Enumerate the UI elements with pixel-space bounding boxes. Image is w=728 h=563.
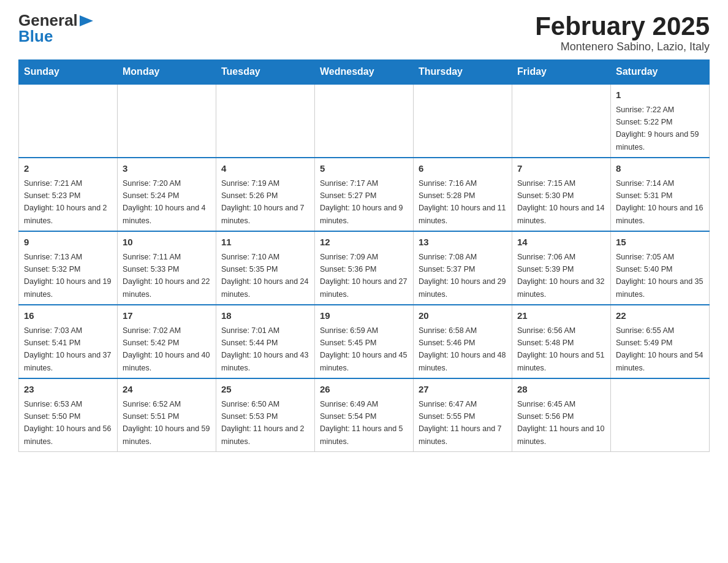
calendar-cell: 15Sunrise: 7:05 AMSunset: 5:40 PMDayligh… [611, 231, 710, 305]
day-info: Sunrise: 7:08 AMSunset: 5:37 PMDaylight:… [419, 253, 506, 299]
day-info: Sunrise: 7:05 AMSunset: 5:40 PMDaylight:… [616, 253, 703, 299]
day-info: Sunrise: 6:58 AMSunset: 5:46 PMDaylight:… [419, 326, 506, 372]
month-title: February 2025 [535, 12, 710, 40]
day-info: Sunrise: 7:14 AMSunset: 5:31 PMDaylight:… [616, 179, 703, 225]
day-info: Sunrise: 7:16 AMSunset: 5:28 PMDaylight:… [419, 179, 506, 225]
calendar-week-2: 2Sunrise: 7:21 AMSunset: 5:23 PMDaylight… [19, 158, 710, 231]
day-info: Sunrise: 7:21 AMSunset: 5:23 PMDaylight:… [24, 179, 107, 225]
day-info: Sunrise: 7:17 AMSunset: 5:27 PMDaylight:… [320, 179, 403, 225]
calendar-table: SundayMondayTuesdayWednesdayThursdayFrid… [18, 59, 710, 452]
day-number: 3 [123, 162, 211, 176]
day-number: 15 [616, 236, 704, 250]
calendar-cell [118, 84, 216, 158]
calendar-cell: 10Sunrise: 7:11 AMSunset: 5:33 PMDayligh… [118, 231, 216, 305]
page-header: General Blue February 2025 Montenero Sab… [18, 12, 710, 53]
day-info: Sunrise: 6:53 AMSunset: 5:50 PMDaylight:… [24, 400, 111, 446]
day-of-week-wednesday: Wednesday [315, 60, 414, 85]
calendar-week-4: 16Sunrise: 7:03 AMSunset: 5:41 PMDayligh… [19, 305, 710, 378]
calendar-cell: 2Sunrise: 7:21 AMSunset: 5:23 PMDaylight… [19, 158, 118, 231]
day-info: Sunrise: 7:22 AMSunset: 5:22 PMDaylight:… [616, 105, 699, 151]
calendar-cell: 3Sunrise: 7:20 AMSunset: 5:24 PMDaylight… [118, 158, 216, 231]
day-info: Sunrise: 6:47 AMSunset: 5:55 PMDaylight:… [419, 400, 502, 446]
day-info: Sunrise: 7:03 AMSunset: 5:41 PMDaylight:… [24, 326, 111, 372]
day-number: 10 [123, 236, 211, 250]
calendar-cell: 16Sunrise: 7:03 AMSunset: 5:41 PMDayligh… [19, 305, 118, 378]
day-number: 7 [517, 162, 605, 176]
calendar-cell: 9Sunrise: 7:13 AMSunset: 5:32 PMDaylight… [19, 231, 118, 305]
calendar-cell: 19Sunrise: 6:59 AMSunset: 5:45 PMDayligh… [315, 305, 414, 378]
day-info: Sunrise: 7:10 AMSunset: 5:35 PMDaylight:… [221, 253, 308, 299]
day-of-week-friday: Friday [512, 60, 611, 85]
day-info: Sunrise: 6:59 AMSunset: 5:45 PMDaylight:… [320, 326, 407, 372]
day-info: Sunrise: 7:02 AMSunset: 5:42 PMDaylight:… [123, 326, 210, 372]
day-info: Sunrise: 7:01 AMSunset: 5:44 PMDaylight:… [221, 326, 308, 372]
day-number: 17 [123, 309, 211, 323]
day-number: 9 [24, 236, 112, 250]
calendar-cell: 11Sunrise: 7:10 AMSunset: 5:35 PMDayligh… [216, 231, 315, 305]
day-number: 22 [616, 309, 704, 323]
calendar-cell: 23Sunrise: 6:53 AMSunset: 5:50 PMDayligh… [19, 378, 118, 452]
day-info: Sunrise: 7:19 AMSunset: 5:26 PMDaylight:… [221, 179, 305, 225]
calendar-cell: 5Sunrise: 7:17 AMSunset: 5:27 PMDaylight… [315, 158, 414, 231]
day-info: Sunrise: 7:13 AMSunset: 5:32 PMDaylight:… [24, 253, 111, 299]
calendar-cell: 21Sunrise: 6:56 AMSunset: 5:48 PMDayligh… [512, 305, 611, 378]
day-number: 28 [517, 383, 605, 397]
day-number: 27 [419, 383, 507, 397]
day-info: Sunrise: 6:50 AMSunset: 5:53 PMDaylight:… [221, 400, 305, 446]
day-number: 6 [419, 162, 507, 176]
calendar-cell: 18Sunrise: 7:01 AMSunset: 5:44 PMDayligh… [216, 305, 315, 378]
calendar-cell: 22Sunrise: 6:55 AMSunset: 5:49 PMDayligh… [611, 305, 710, 378]
calendar-cell: 4Sunrise: 7:19 AMSunset: 5:26 PMDaylight… [216, 158, 315, 231]
day-number: 14 [517, 236, 605, 250]
title-block: February 2025 Montenero Sabino, Lazio, I… [535, 12, 710, 53]
day-number: 11 [221, 236, 309, 250]
day-info: Sunrise: 6:49 AMSunset: 5:54 PMDaylight:… [320, 400, 403, 446]
calendar-cell: 26Sunrise: 6:49 AMSunset: 5:54 PMDayligh… [315, 378, 414, 452]
location: Montenero Sabino, Lazio, Italy [535, 40, 710, 53]
logo-general: General [18, 12, 78, 28]
calendar-cell: 7Sunrise: 7:15 AMSunset: 5:30 PMDaylight… [512, 158, 611, 231]
calendar-cell: 27Sunrise: 6:47 AMSunset: 5:55 PMDayligh… [414, 378, 512, 452]
calendar-cell: 8Sunrise: 7:14 AMSunset: 5:31 PMDaylight… [611, 158, 710, 231]
calendar-cell [315, 84, 414, 158]
calendar-cell [19, 84, 118, 158]
calendar-cell: 25Sunrise: 6:50 AMSunset: 5:53 PMDayligh… [216, 378, 315, 452]
day-number: 19 [320, 309, 408, 323]
calendar-cell: 1Sunrise: 7:22 AMSunset: 5:22 PMDaylight… [611, 84, 710, 158]
day-number: 24 [123, 383, 211, 397]
day-info: Sunrise: 6:45 AMSunset: 5:56 PMDaylight:… [517, 400, 604, 446]
day-of-week-sunday: Sunday [19, 60, 118, 85]
day-of-week-tuesday: Tuesday [216, 60, 315, 85]
day-number: 18 [221, 309, 309, 323]
day-of-week-saturday: Saturday [611, 60, 710, 85]
calendar-week-3: 9Sunrise: 7:13 AMSunset: 5:32 PMDaylight… [19, 231, 710, 305]
calendar-cell: 13Sunrise: 7:08 AMSunset: 5:37 PMDayligh… [414, 231, 512, 305]
day-of-week-monday: Monday [118, 60, 216, 85]
day-number: 4 [221, 162, 309, 176]
day-number: 8 [616, 162, 704, 176]
day-info: Sunrise: 7:09 AMSunset: 5:36 PMDaylight:… [320, 253, 407, 299]
day-info: Sunrise: 7:15 AMSunset: 5:30 PMDaylight:… [517, 179, 604, 225]
calendar-cell [414, 84, 512, 158]
day-number: 23 [24, 383, 112, 397]
day-info: Sunrise: 7:11 AMSunset: 5:33 PMDaylight:… [123, 253, 210, 299]
day-number: 20 [419, 309, 507, 323]
day-number: 21 [517, 309, 605, 323]
day-info: Sunrise: 6:56 AMSunset: 5:48 PMDaylight:… [517, 326, 604, 372]
calendar-cell: 14Sunrise: 7:06 AMSunset: 5:39 PMDayligh… [512, 231, 611, 305]
svg-marker-0 [80, 15, 93, 26]
calendar-cell: 17Sunrise: 7:02 AMSunset: 5:42 PMDayligh… [118, 305, 216, 378]
calendar-cell: 12Sunrise: 7:09 AMSunset: 5:36 PMDayligh… [315, 231, 414, 305]
day-number: 13 [419, 236, 507, 250]
day-info: Sunrise: 6:55 AMSunset: 5:49 PMDaylight:… [616, 326, 703, 372]
calendar-cell: 6Sunrise: 7:16 AMSunset: 5:28 PMDaylight… [414, 158, 512, 231]
day-number: 5 [320, 162, 408, 176]
logo-arrow-icon [80, 15, 93, 26]
day-number: 1 [616, 88, 704, 102]
day-info: Sunrise: 7:06 AMSunset: 5:39 PMDaylight:… [517, 253, 604, 299]
day-of-week-thursday: Thursday [414, 60, 512, 85]
day-info: Sunrise: 6:52 AMSunset: 5:51 PMDaylight:… [123, 400, 210, 446]
day-info: Sunrise: 7:20 AMSunset: 5:24 PMDaylight:… [123, 179, 206, 225]
calendar-cell: 20Sunrise: 6:58 AMSunset: 5:46 PMDayligh… [414, 305, 512, 378]
calendar-week-5: 23Sunrise: 6:53 AMSunset: 5:50 PMDayligh… [19, 378, 710, 452]
